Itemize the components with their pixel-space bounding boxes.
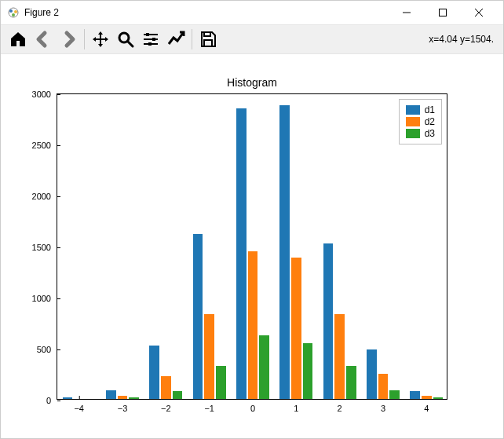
save-icon [199, 30, 217, 49]
back-button[interactable] [31, 27, 56, 52]
bar-d1 [323, 243, 334, 399]
svg-rect-15 [148, 42, 152, 46]
y-tick: 1000 [26, 294, 57, 303]
configure-subplots-button[interactable] [138, 27, 163, 52]
x-tick: −4 [74, 399, 84, 413]
bar-d2 [422, 396, 432, 399]
legend-item: d3 [406, 128, 435, 139]
forward-icon [59, 30, 78, 49]
x-tick: 0 [250, 399, 255, 413]
bar-d3 [433, 397, 444, 398]
legend-swatch [406, 117, 420, 126]
toolbar-separator [192, 29, 192, 49]
svg-line-9 [128, 42, 133, 46]
bar-d1 [410, 391, 420, 398]
chart-axes: 050010001500200025003000−4−3−2−101234d1d… [57, 93, 447, 400]
legend-label: d1 [425, 104, 435, 115]
bar-d2 [378, 374, 389, 398]
svg-point-2 [14, 10, 17, 13]
x-tick: −1 [204, 399, 214, 413]
legend-item: d1 [406, 104, 435, 115]
close-button[interactable] [461, 1, 497, 24]
window-title: Figure 2 [24, 7, 59, 18]
zoom-button[interactable] [113, 27, 138, 52]
home-button[interactable] [5, 27, 31, 52]
bar-d3 [389, 390, 400, 398]
minimize-button[interactable] [389, 1, 425, 24]
y-tick: 1500 [26, 243, 57, 252]
pan-icon [91, 30, 110, 49]
matplotlib-toolbar: x=4.04 y=1504. [1, 24, 503, 54]
subplots-icon [141, 30, 160, 49]
forward-button[interactable] [56, 27, 81, 52]
y-tick: 500 [26, 345, 57, 354]
bar-d2 [161, 376, 171, 399]
bar-d1 [279, 105, 290, 398]
app-icon [7, 6, 20, 19]
bar-d1 [236, 108, 247, 398]
bar-d1 [193, 234, 203, 398]
x-tick: 1 [294, 399, 298, 413]
legend-label: d2 [425, 116, 435, 127]
y-tick: 2000 [26, 192, 57, 201]
svg-point-3 [12, 13, 15, 16]
cursor-coordinates: x=4.04 y=1504. [429, 34, 499, 45]
x-tick: −3 [118, 399, 128, 413]
y-tick: 3000 [26, 90, 57, 99]
y-tick: 0 [26, 396, 57, 405]
bar-d2 [291, 258, 301, 398]
bar-d3 [173, 391, 183, 398]
bar-d2 [118, 396, 128, 399]
bar-d2 [334, 314, 345, 399]
bar-d3 [346, 366, 356, 399]
x-tick: 4 [424, 399, 429, 413]
save-button[interactable] [195, 27, 221, 52]
legend-swatch [406, 129, 420, 138]
pan-button[interactable] [88, 27, 113, 52]
zoom-icon [116, 30, 135, 49]
bar-d1 [149, 346, 159, 399]
svg-rect-17 [204, 40, 212, 46]
svg-rect-14 [152, 38, 155, 41]
svg-rect-16 [204, 32, 210, 36]
bar-d1 [63, 397, 73, 398]
bar-d1 [367, 349, 377, 398]
title-bar: Figure 2 [1, 1, 503, 24]
legend-item: d2 [406, 116, 435, 127]
bar-d2 [248, 251, 258, 398]
svg-point-1 [9, 9, 13, 13]
x-tick: 3 [381, 399, 385, 413]
legend-label: d3 [425, 128, 435, 139]
edit-axes-button[interactable] [163, 27, 188, 52]
bar-d1 [106, 390, 116, 398]
toolbar-separator [84, 29, 85, 49]
histogram-chart: Histogram 050010001500200025003000−4−3−2… [57, 93, 447, 400]
home-icon [9, 30, 27, 49]
bar-d2 [204, 314, 214, 399]
svg-rect-13 [146, 33, 149, 36]
bar-d3 [259, 335, 269, 399]
x-tick: −2 [161, 399, 171, 413]
axes-icon [166, 30, 185, 49]
y-tick: 2500 [26, 141, 57, 150]
bar-d3 [216, 366, 226, 399]
chart-title: Histogram [57, 76, 447, 89]
svg-rect-5 [440, 9, 447, 16]
bar-d3 [129, 397, 139, 399]
maximize-button[interactable] [425, 1, 461, 24]
bar-d3 [303, 343, 313, 398]
x-tick: 2 [338, 399, 342, 413]
plot-canvas[interactable]: Histogram 050010001500200025003000−4−3−2… [1, 54, 503, 438]
legend-swatch [406, 105, 420, 115]
legend: d1d2d3 [399, 99, 442, 145]
back-icon [34, 30, 53, 49]
figure-window: Figure 2 [0, 0, 504, 439]
